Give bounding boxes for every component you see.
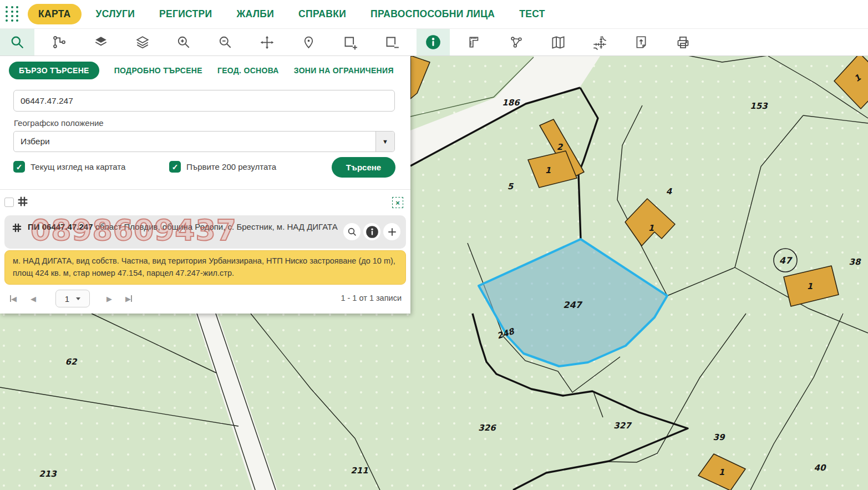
parcel-label-247: 247 [563,300,582,310]
tab-geodetic-basis[interactable]: ГЕОД. ОСНОВА [217,66,279,75]
first-page-button[interactable]: ◀ [10,293,17,304]
nav-item-pravosposobni-litsa[interactable]: ПРАВОСПОСОБНИ ЛИЦА [370,8,495,20]
tool-search[interactable] [0,29,34,55]
map-fold-icon [551,35,566,50]
extent-remove-icon [384,35,399,50]
tool-coordinates[interactable] [586,29,613,55]
current-view-option: ✓ Текущ изглед на картата [13,161,125,173]
geo-position-select[interactable]: Избери ▼ [13,131,395,152]
nav-item-spravki[interactable]: СПРАВКИ [298,8,346,20]
route-tool-icon [52,35,67,49]
app-window: 186 5 2 1 4 153 1 247 248 1 47 38 1 62 2… [0,0,868,490]
next-page-button[interactable]: ▶ [106,293,112,304]
result-row[interactable]: ПИ 06447.47.247 област Пловдив, община Р… [4,215,406,249]
parcel-label-5: 5 [507,181,514,191]
tool-extent-add[interactable] [336,29,364,55]
tool-extent-remove[interactable] [378,29,405,55]
coordinate-grid-icon [592,35,607,50]
tool-measure[interactable] [461,29,489,55]
first-200-checkbox[interactable]: ✓ [169,161,181,173]
tool-route[interactable] [45,29,73,55]
parcel-grid-icon [12,223,22,235]
tool-map[interactable] [544,29,572,55]
zoom-in-icon [176,35,191,49]
chevron-down-icon [76,297,80,300]
chevron-down-icon[interactable]: ▼ [375,132,394,151]
tab-detailed-search[interactable]: ПОДРОБНО ТЪРСЕНЕ [114,66,202,75]
parcel-label-38: 38 [849,257,861,267]
result-zoom-button[interactable] [343,223,361,240]
parcel-label-40: 40 [814,463,826,473]
info-icon [425,34,441,50]
parcel-label-62: 62 [65,357,78,367]
parcel-label-326: 326 [478,423,496,433]
building-label-2: 2 [557,142,564,152]
result-description: ПИ 06447.47.247 област Пловдив, община Р… [28,221,338,233]
nav-item-karta[interactable]: КАРТА [28,4,82,24]
result-info-button[interactable] [363,223,380,240]
search-icon [10,35,24,49]
tool-zoom-in[interactable] [170,29,197,55]
nav-item-uslugi[interactable]: УСЛУГИ [96,8,135,20]
tool-pan[interactable] [253,29,281,55]
search-icon [347,227,357,237]
pagination-summary: 1 - 1 от 1 записи [341,294,402,302]
result-parcel-id: ПИ 06447.47.247 [28,222,93,231]
parcel-label-211: 211 [351,466,368,476]
parcel-label-153: 153 [750,101,768,111]
page-number: 1 [65,294,69,304]
expand-results-icon[interactable]: × [392,197,403,208]
building-label-1-parcel47: 1 [807,281,813,291]
result-details: м. НАД ДИГАТА, вид собств. Частна, вид т… [4,250,406,285]
results-grid-icon[interactable] [17,196,28,209]
location-pin-icon [302,36,316,49]
prev-page-button[interactable]: ◀ [31,293,36,304]
result-actions [343,223,400,240]
layers-stack-icon [135,35,150,49]
region-label-47: 47 [779,255,793,266]
pagination: ◀ ◀ 1 ▶ ▶ 1 - 1 от 1 записи [0,289,410,310]
search-panel: БЪРЗО ТЪРСЕНЕ ПОДРОБНО ТЪРСЕНЕ ГЕОД. ОСН… [0,56,410,314]
print-icon [676,35,691,50]
page-select[interactable]: 1 [55,290,90,307]
search-button[interactable]: Търсене [332,157,395,178]
result-add-button[interactable] [383,223,400,240]
current-view-label: Текущ изглед на картата [31,162,125,171]
current-view-checkbox[interactable]: ✓ [13,161,25,173]
panel-divider [0,189,410,190]
tool-vertex-polygon[interactable] [502,29,530,55]
result-location: област Пловдив, община Родопи, с. Брестн… [93,222,338,231]
tool-info[interactable] [417,29,450,55]
select-all-checkbox[interactable] [4,198,14,207]
first-200-label: Първите 200 резултата [186,162,276,171]
pan-icon [260,35,275,50]
nav-item-zhalbi[interactable]: ЖАЛБИ [236,8,274,20]
info-icon [365,225,379,239]
last-page-button[interactable]: ▶ [125,293,132,304]
layers-filled-icon [94,35,108,49]
first-200-option: ✓ Първите 200 резултата [169,161,276,173]
parcel-label-186: 186 [502,98,520,108]
zoom-out-icon [218,35,232,49]
parcel-search-input[interactable] [13,90,395,112]
building-label-1: 1 [545,165,551,175]
tool-layers-filled[interactable] [87,29,115,55]
parcel-label-4: 4 [666,186,672,196]
geo-select-value: Избери [14,137,375,147]
apps-grid-icon[interactable] [6,6,20,23]
vertex-polygon-icon [509,35,524,49]
plus-icon [387,227,397,237]
parcel-label-39: 39 [713,432,725,442]
building-label-1-parcel39: 1 [719,467,724,477]
tool-locate[interactable] [295,29,322,55]
parcel-label-213: 213 [39,469,57,479]
tool-export[interactable] [627,29,655,55]
tool-zoom-out[interactable] [211,29,239,55]
ruler-icon [468,35,482,49]
nav-item-test[interactable]: ТЕСТ [519,8,545,20]
tool-layers-stack[interactable] [129,29,156,55]
tab-quick-search[interactable]: БЪРЗО ТЪРСЕНЕ [9,62,99,79]
tab-restriction-zones[interactable]: ЗОНИ НА ОГРАНИЧЕНИЯ [294,66,394,75]
nav-item-registri[interactable]: РЕГИСТРИ [159,8,212,20]
tool-print[interactable] [669,29,697,55]
